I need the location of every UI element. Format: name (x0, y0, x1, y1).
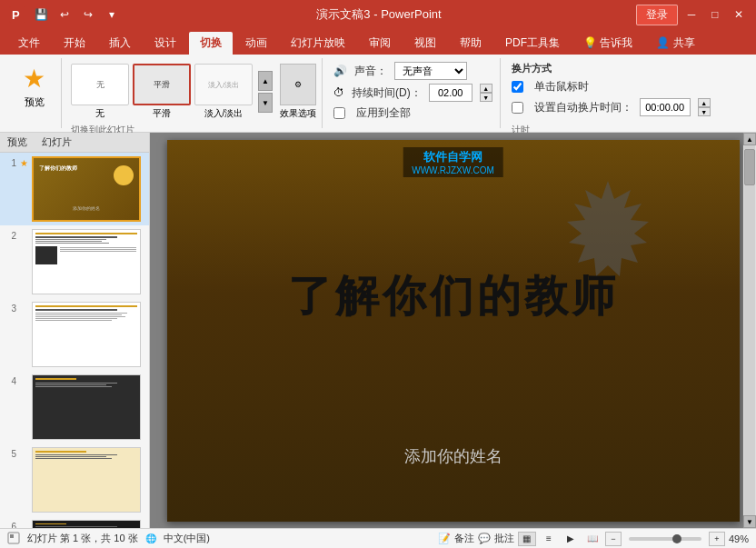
transition-smooth-preview: 平滑 (133, 64, 191, 105)
panel-title: 预览 幻灯片 (0, 133, 149, 153)
auto-switch-down[interactable]: ▼ (698, 107, 711, 116)
save-button[interactable]: 💾 (31, 5, 51, 25)
auto-switch-checkbox[interactable] (512, 102, 523, 114)
canvas-scroll-up[interactable]: ▲ (743, 133, 756, 145)
tab-start[interactable]: 开始 (53, 32, 96, 55)
slide-thumb-1[interactable]: 1 ★ 了解你们的教师 添加你的姓名 (0, 153, 149, 225)
transition-none-preview: 无 (71, 64, 129, 105)
apply-all-checkbox[interactable] (333, 107, 345, 119)
tab-transition[interactable]: 切换 (189, 32, 233, 55)
transition-row: 无 无 平滑 平滑 淡入/淡出 淡入/淡出 (71, 64, 273, 120)
star-icon: ★ (23, 64, 45, 94)
transition-none[interactable]: 无 无 (71, 64, 129, 120)
tab-animation[interactable]: 动画 (234, 32, 278, 55)
panel-slides-tab[interactable]: 幻灯片 (42, 135, 72, 149)
tab-insert[interactable]: 插入 (98, 32, 142, 55)
slide-number-4: 4 (5, 376, 16, 386)
sound-select[interactable]: 无声音 (394, 62, 467, 80)
slide-thumb-img-5 (32, 447, 141, 513)
canvas-scroll-thumb[interactable] (744, 149, 755, 185)
slide-number-3: 3 (5, 304, 16, 314)
reading-view-button[interactable]: 📖 (583, 532, 602, 546)
slide-thumb-img-6 (32, 520, 141, 528)
transition-scroll-up[interactable]: ▲ (258, 71, 273, 91)
tab-design[interactable]: 设计 (144, 32, 187, 55)
clock-icon: ⏱ (333, 86, 344, 99)
login-button[interactable]: 登录 (636, 5, 678, 25)
tab-pdf[interactable]: PDF工具集 (494, 32, 571, 55)
panel-preview-tab[interactable]: 预览 (7, 135, 27, 149)
slide-thumb-img-4 (32, 374, 141, 440)
slide-star-5: ★ (20, 449, 28, 459)
sound-icon: 🔊 (333, 65, 347, 77)
transition-smooth-label: 平滑 (153, 107, 171, 120)
slide-thumb-5[interactable]: 5 ★ (0, 443, 149, 516)
title-text: 演示文稿3 - PowerPoint (316, 6, 441, 23)
slide-star-1: ★ (20, 158, 28, 168)
language-icon: 🌐 (145, 533, 156, 543)
slide-star-6: ★ (20, 522, 28, 528)
slide-panel: 预览 幻灯片 1 ★ 了解你们的教师 添加你的姓名 2 ★ (0, 133, 150, 528)
title-bar: P 💾 ↩ ↩ ▾ 演示文稿3 - PowerPoint 登录 ─ □ ✕ (0, 0, 756, 29)
thumb1-subtitle: 添加你的姓名 (34, 205, 139, 211)
auto-switch-spinner: ▲ ▼ (698, 98, 711, 116)
tab-share[interactable]: 👤 共享 (645, 32, 705, 55)
duration-up[interactable]: ▲ (480, 84, 492, 93)
slide-thumb-3[interactable]: 3 ★ (0, 298, 149, 371)
tab-view[interactable]: 视图 (403, 32, 447, 55)
preview-label: 预览 (25, 95, 45, 109)
undo-button[interactable]: ↩ (55, 5, 75, 25)
slide-number-5: 5 (5, 449, 16, 459)
tab-slideshow[interactable]: 幻灯片放映 (280, 32, 356, 55)
duration-down[interactable]: ▼ (480, 93, 492, 102)
preview-section: ★ 预览 (7, 58, 62, 128)
customize-button[interactable]: ▾ (102, 5, 122, 25)
tab-review[interactable]: 审阅 (358, 32, 402, 55)
status-left: 幻灯片 第 1 张，共 10 张 🌐 中文(中国) (7, 532, 210, 546)
single-click-checkbox[interactable] (512, 81, 523, 93)
maximize-button[interactable]: □ (705, 5, 725, 25)
duration-input[interactable] (429, 84, 472, 102)
normal-view-button[interactable]: ▦ (518, 532, 536, 546)
tab-help[interactable]: 帮助 (449, 32, 492, 55)
slide-number-6: 6 (5, 522, 16, 528)
sound-label: 声音： (354, 64, 387, 79)
zoom-slider[interactable] (629, 537, 701, 541)
status-right: 📝 备注 💬 批注 ▦ ≡ ▶ 📖 − + 49% (438, 532, 749, 546)
slide-sub-title[interactable]: 添加你的姓名 (167, 445, 740, 467)
switch-method-title: 换片方式 (512, 62, 711, 75)
tab-file[interactable]: 文件 (7, 32, 51, 55)
canvas-scroll-down[interactable]: ▼ (743, 515, 756, 528)
single-click-row: 单击鼠标时 (512, 79, 711, 95)
transition-fade[interactable]: 淡入/淡出 淡入/淡出 (194, 64, 253, 120)
transition-fade-preview: 淡入/淡出 (194, 64, 253, 105)
lightbulb-icon: 💡 (583, 36, 597, 49)
slide-thumb-2[interactable]: 2 ★ (0, 225, 149, 298)
effects-options-button[interactable]: ⚙ 效果选项 (280, 64, 316, 120)
zoom-in-button[interactable]: + (709, 532, 725, 546)
close-button[interactable]: ✕ (729, 5, 749, 25)
auto-switch-input[interactable] (640, 98, 691, 116)
slide-main-title[interactable]: 了解你们的教师 (204, 267, 703, 325)
comments-label[interactable]: 批注 (494, 532, 514, 545)
redo-button[interactable]: ↩ (78, 5, 98, 25)
notes-label[interactable]: 备注 (454, 532, 474, 545)
slide-thumb-6[interactable]: 6 ★ (0, 516, 149, 528)
slide-thumb-4[interactable]: 4 ★ (0, 371, 149, 443)
transition-smooth[interactable]: 平滑 平滑 (133, 64, 191, 120)
apply-all-label: 应用到全部 (356, 105, 411, 121)
transition-scroll-down[interactable]: ▼ (258, 93, 273, 113)
preview-button[interactable]: ★ 预览 (17, 60, 51, 113)
zoom-out-button[interactable]: − (605, 532, 622, 546)
title-bar-right: 登录 ─ □ ✕ (636, 5, 749, 25)
main-area: 预览 幻灯片 1 ★ 了解你们的教师 添加你的姓名 2 ★ (0, 133, 756, 528)
auto-switch-up[interactable]: ▲ (698, 98, 711, 107)
minimize-button[interactable]: ─ (681, 5, 701, 25)
powerpoint-icon: P (7, 5, 27, 25)
outline-view-button[interactable]: ≡ (540, 532, 558, 546)
duration-row: ⏱ 持续时间(D)： ▲ ▼ (333, 84, 492, 102)
slide-number-2: 2 (5, 231, 16, 241)
tab-tell-me[interactable]: 💡 告诉我 (572, 32, 643, 55)
slide-show-button[interactable]: ▶ (562, 532, 580, 546)
slide-number-1: 1 (5, 158, 16, 168)
